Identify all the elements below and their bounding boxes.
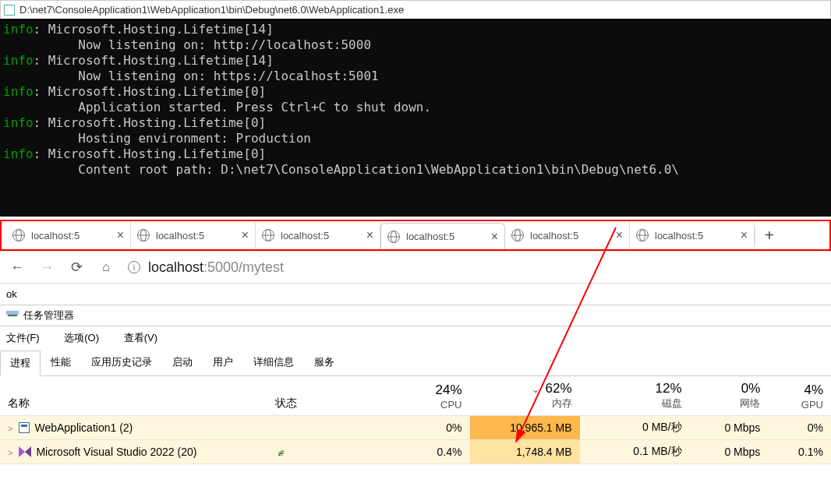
console-title-path: D:\net7\ConsoleApplication1\WebApplicati…	[19, 1, 404, 19]
console-titlebar: D:\net7\ConsoleApplication1\WebApplicati…	[0, 0, 831, 19]
svg-line-0	[516, 227, 616, 442]
console-window-icon	[4, 5, 15, 16]
taskmgr-icon	[6, 311, 19, 320]
taskmgr-tab[interactable]: 进程	[0, 351, 41, 376]
annotation-arrow	[0, 212, 831, 461]
console-output: info: Microsoft.Hosting.Lifetime[14] Now…	[0, 19, 831, 217]
app-icon	[19, 422, 30, 433]
vs-icon	[19, 446, 31, 457]
